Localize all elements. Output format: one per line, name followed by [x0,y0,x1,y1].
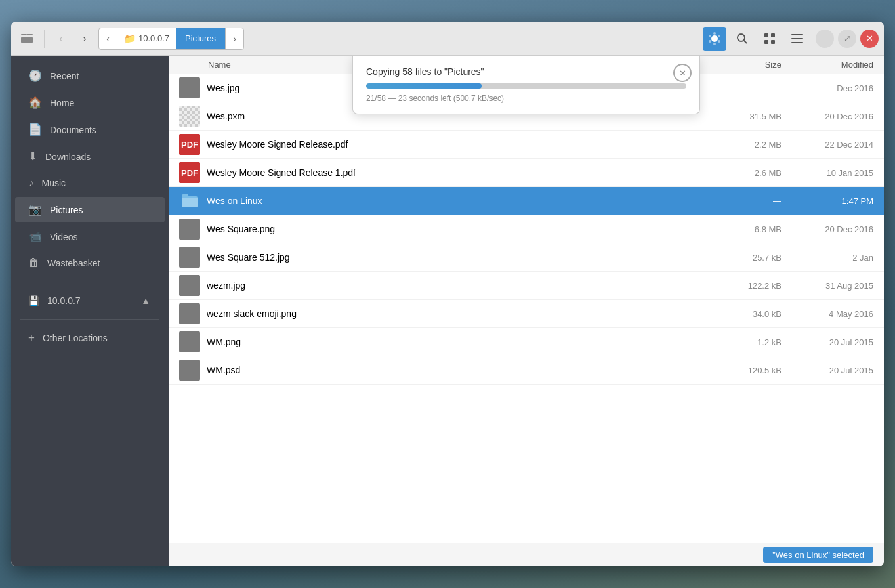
file-icon [179,331,200,352]
breadcrumb-next-button[interactable]: › [225,28,243,49]
file-name: wezm.jpg [207,280,245,291]
file-name: Wes Square.png [207,224,275,234]
svg-point-8 [709,40,711,43]
sidebar-item-music[interactable]: ♪ Music [15,171,165,196]
column-size-header[interactable]: Size [716,60,781,70]
svg-point-5 [718,35,720,37]
file-size: 120.5 kB [716,366,781,375]
sidebar-item-label: Home [50,98,74,108]
file-size: — [716,196,781,206]
titlebar: ‹ › ‹ 📁 10.0.0.7 Pictures › [11,22,884,56]
table-row[interactable]: Wes Square 512.jpg 25.7 kB 2 Jan [169,243,884,272]
file-modified: 20 Dec 2016 [781,112,873,121]
svg-point-6 [718,40,720,43]
svg-rect-2 [26,34,33,35]
table-row[interactable]: PDF Wesley Moore Signed Release.pdf 2.2 … [169,131,884,159]
sidebar-item-label: Documents [50,125,96,135]
file-icon [179,360,200,381]
grid-view-button[interactable] [758,27,781,51]
table-row[interactable]: PDF Wesley Moore Signed Release 1.pdf 2.… [169,159,884,187]
file-size: 2.6 MB [716,168,781,178]
table-row[interactable]: WM.png 1.2 kB 20 Jul 2015 [169,328,884,356]
forward-button[interactable]: › [75,29,94,49]
status-bar: "Wes on Linux" selected [169,543,884,566]
table-row[interactable]: wezm.jpg 122.2 kB 31 Aug 2015 [169,272,884,300]
file-size: 6.8 MB [716,224,781,234]
file-size: 2.2 MB [716,140,781,150]
view-toggle-button[interactable] [703,27,726,51]
file-modified: 1:47 PM [781,196,873,206]
file-name: Wes on Linux [207,196,262,206]
sidebar-divider-2 [20,319,159,320]
file-icon [179,190,200,211]
svg-point-7 [713,43,716,45]
file-name: Wesley Moore Signed Release.pdf [207,139,348,150]
progress-bar-fill [366,83,482,89]
breadcrumb-location[interactable]: 📁 10.0.0.7 [117,33,176,44]
minimize-button[interactable]: – [816,30,834,48]
network-drive-icon: 💾 [28,295,39,306]
file-name: WM.png [207,337,241,347]
svg-rect-12 [764,33,768,37]
table-row[interactable]: wezm slack emoji.png 34.0 kB 4 May 2016 [169,300,884,328]
sidebar-item-recent[interactable]: 🕐 Recent [15,63,165,89]
sidebar-device-label: 10.0.0.7 [47,295,81,306]
file-modified: 2 Jan [781,253,873,262]
close-button[interactable]: ✕ [860,30,879,48]
svg-line-11 [744,40,747,43]
music-icon: ♪ [28,177,34,190]
progress-bar-background [366,83,686,89]
copy-progress-subtitle: 21/58 — 23 seconds left (500.7 kB/sec) [366,94,686,103]
table-row[interactable]: WM.psd 120.5 kB 20 Jul 2015 [169,356,884,385]
maximize-button[interactable]: ⤢ [838,30,856,48]
sidebar-item-documents[interactable]: 📄 Documents [15,117,165,142]
copy-progress-close-button[interactable]: ✕ [673,64,692,82]
sidebar-item-home[interactable]: 🏠 Home [15,90,165,116]
search-button[interactable] [730,27,754,51]
back-button[interactable]: ‹ [51,29,71,49]
table-row[interactable]: Wes Square.png 6.8 MB 20 Dec 2016 [169,215,884,243]
sidebar-device-network[interactable]: 💾 10.0.0.7 ▲ [15,288,165,313]
table-row[interactable]: Wes on Linux — 1:47 PM [169,187,884,215]
file-icon [179,303,200,324]
file-name: Wesley Moore Signed Release 1.pdf [207,167,356,178]
files-icon [16,28,37,49]
pictures-icon: 📷 [28,203,42,217]
file-modified: 10 Jan 2015 [781,168,873,178]
file-name: Wes Square 512.jpg [207,252,290,262]
svg-point-3 [711,35,718,42]
file-icon [179,275,200,296]
menu-button[interactable] [785,27,809,51]
sidebar-item-wastebasket[interactable]: 🗑 Wastebasket [15,251,165,276]
main-area: 🕐 Recent 🏠 Home 📄 Documents ⬇ Downloads … [11,56,884,566]
videos-icon: 📹 [28,230,42,243]
svg-point-10 [738,34,745,41]
column-modified-header[interactable]: Modified [781,60,873,70]
sidebar-item-label: Pictures [50,205,83,215]
file-name: Wes.pxm [207,111,245,121]
svg-rect-17 [791,38,803,39]
breadcrumb-current[interactable]: Pictures [176,28,225,49]
file-modified: 22 Dec 2014 [781,140,873,150]
sidebar-item-downloads[interactable]: ⬇ Downloads [15,144,165,169]
breadcrumb-prev-button[interactable]: ‹ [99,28,117,49]
breadcrumb-location-label: 10.0.0.7 [138,33,169,43]
svg-rect-18 [791,42,803,43]
window-controls: – ⤢ ✕ [816,30,879,48]
svg-rect-1 [21,37,33,43]
file-size: 31.5 MB [716,112,781,121]
sidebar-item-label: Recent [50,71,79,81]
sidebar-item-videos[interactable]: 📹 Videos [15,224,165,249]
svg-point-9 [709,35,711,37]
eject-button[interactable]: ▲ [140,294,152,307]
svg-rect-13 [771,33,775,37]
file-name: WM.psd [207,365,240,375]
file-icon [179,77,200,98]
sidebar-item-pictures[interactable]: 📷 Pictures [15,197,165,222]
breadcrumb: ‹ 📁 10.0.0.7 Pictures › [98,28,244,50]
file-modified: 20 Dec 2016 [781,224,873,234]
file-size: 1.2 kB [716,337,781,347]
file-size: 25.7 kB [716,253,781,262]
file-modified: 20 Jul 2015 [781,337,873,347]
sidebar-item-other-locations[interactable]: + Other Locations [15,326,165,350]
